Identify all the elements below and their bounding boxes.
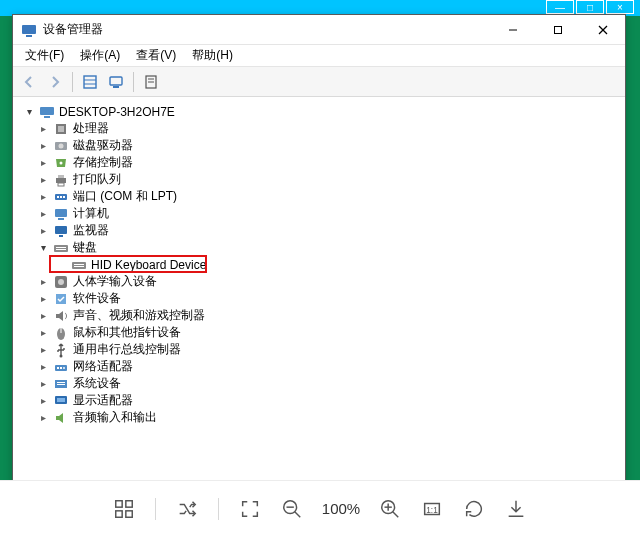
device-tree[interactable]: DESKTOP-3H2OH7E 处理器 磁盘驱动器 存储控制器 打印队列 端口 … (13, 97, 625, 485)
tree-category-node[interactable]: 系统设备 (33, 375, 625, 392)
expand-arrow-icon[interactable] (37, 310, 49, 322)
bg-close-button[interactable]: × (606, 0, 634, 14)
actual-size-icon[interactable]: 1:1 (417, 494, 447, 524)
tree-category-node[interactable]: 鼠标和其他指针设备 (33, 324, 625, 341)
toolbar-details-button[interactable] (78, 70, 102, 94)
tree-category-label: 端口 (COM 和 LPT) (73, 188, 177, 205)
minimize-button[interactable] (490, 15, 535, 44)
software-icon (53, 291, 69, 307)
menu-file[interactable]: 文件(F) (19, 45, 70, 66)
toolbar-refresh-button[interactable] (104, 70, 128, 94)
computer-icon (53, 206, 69, 222)
svg-rect-29 (58, 218, 64, 220)
download-icon[interactable] (501, 494, 531, 524)
tree-category-node[interactable]: 人体学输入设备 (33, 273, 625, 290)
svg-point-20 (60, 161, 63, 164)
svg-rect-27 (63, 196, 65, 198)
tree-category-node[interactable]: 键盘 (33, 239, 625, 256)
toolbar-properties-button[interactable] (139, 70, 163, 94)
expand-arrow-icon[interactable] (37, 225, 49, 237)
zoom-level: 100% (319, 500, 363, 517)
tree-category-label: 人体学输入设备 (73, 273, 157, 290)
tree-device-node[interactable]: HID Keyboard Device (51, 256, 625, 273)
grid-view-icon[interactable] (109, 494, 139, 524)
expand-arrow-icon[interactable] (37, 174, 49, 186)
expand-arrow-icon[interactable] (37, 327, 49, 339)
tree-category-label: 网络适配器 (73, 358, 133, 375)
tree-category-node[interactable]: 通用串行总线控制器 (33, 341, 625, 358)
expand-arrow-icon[interactable] (37, 208, 49, 220)
svg-rect-45 (57, 367, 59, 369)
expand-arrow-icon[interactable] (23, 106, 35, 118)
tree-category-label: 显示适配器 (73, 392, 133, 409)
tree-category-label: 计算机 (73, 205, 109, 222)
zoom-in-icon[interactable] (375, 494, 405, 524)
svg-rect-37 (74, 266, 84, 267)
storage-icon (53, 155, 69, 171)
svg-rect-47 (63, 367, 65, 369)
tree-category-node[interactable]: 显示适配器 (33, 392, 625, 409)
network-icon (53, 359, 69, 375)
menubar: 文件(F) 操作(A) 查看(V) 帮助(H) (13, 45, 625, 67)
expand-arrow-icon[interactable] (37, 378, 49, 390)
close-button[interactable] (580, 15, 625, 44)
svg-rect-31 (59, 235, 63, 237)
expand-arrow-icon[interactable] (37, 123, 49, 135)
expand-arrow-icon[interactable] (37, 276, 49, 288)
maximize-button[interactable] (535, 15, 580, 44)
svg-rect-23 (58, 183, 64, 186)
svg-rect-10 (113, 86, 119, 88)
device-manager-window: 设备管理器 文件(F) 操作(A) 查看(V) 帮助(H) (12, 14, 626, 486)
tree-category-node[interactable]: 端口 (COM 和 LPT) (33, 188, 625, 205)
menu-action[interactable]: 操作(A) (74, 45, 126, 66)
tree-category-node[interactable]: 存储控制器 (33, 154, 625, 171)
monitor-icon (53, 223, 69, 239)
expand-arrow-icon[interactable] (37, 242, 49, 254)
tree-category-node[interactable]: 打印队列 (33, 171, 625, 188)
separator (218, 498, 219, 520)
svg-line-61 (393, 511, 399, 517)
expand-arrow-icon[interactable] (37, 395, 49, 407)
tree-category-node[interactable]: 音频输入和输出 (33, 409, 625, 426)
tree-category-node[interactable]: 声音、视频和游戏控制器 (33, 307, 625, 324)
bg-maximize-button[interactable]: □ (576, 0, 604, 14)
tree-category-node[interactable]: 磁盘驱动器 (33, 137, 625, 154)
svg-rect-26 (60, 196, 62, 198)
menu-help[interactable]: 帮助(H) (186, 45, 239, 66)
expand-arrow-icon[interactable] (37, 191, 49, 203)
computer-icon (39, 104, 55, 120)
toolbar-separator (72, 72, 73, 92)
zoom-out-icon[interactable] (277, 494, 307, 524)
fullscreen-icon[interactable] (235, 494, 265, 524)
expand-arrow-icon[interactable] (37, 293, 49, 305)
svg-rect-22 (58, 175, 64, 178)
tree-category-label: 处理器 (73, 120, 109, 137)
svg-rect-21 (56, 178, 66, 183)
titlebar[interactable]: 设备管理器 (13, 15, 625, 45)
toolbar-forward-button[interactable] (43, 70, 67, 94)
tree-category-node[interactable]: 网络适配器 (33, 358, 625, 375)
toolbar (13, 67, 625, 97)
svg-rect-52 (57, 398, 65, 402)
tree-category-label: 软件设备 (73, 290, 121, 307)
shuffle-icon[interactable] (172, 494, 202, 524)
svg-point-19 (59, 143, 64, 148)
tree-category-node[interactable]: 处理器 (33, 120, 625, 137)
expand-arrow-icon[interactable] (37, 344, 49, 356)
menu-view[interactable]: 查看(V) (130, 45, 182, 66)
svg-rect-32 (54, 245, 68, 252)
bg-minimize-button[interactable]: — (546, 0, 574, 14)
expand-arrow-icon[interactable] (37, 140, 49, 152)
svg-rect-28 (55, 209, 67, 217)
tree-root-node[interactable]: DESKTOP-3H2OH7E (19, 103, 625, 120)
svg-point-43 (60, 354, 63, 357)
expand-arrow-icon[interactable] (37, 361, 49, 373)
tree-category-node[interactable]: 软件设备 (33, 290, 625, 307)
tree-category-node[interactable]: 计算机 (33, 205, 625, 222)
toolbar-back-button[interactable] (17, 70, 41, 94)
expand-arrow-icon[interactable] (37, 412, 49, 424)
rotate-icon[interactable] (459, 494, 489, 524)
tree-device-label: HID Keyboard Device (91, 258, 206, 272)
expand-arrow-icon[interactable] (37, 157, 49, 169)
tree-category-node[interactable]: 监视器 (33, 222, 625, 239)
